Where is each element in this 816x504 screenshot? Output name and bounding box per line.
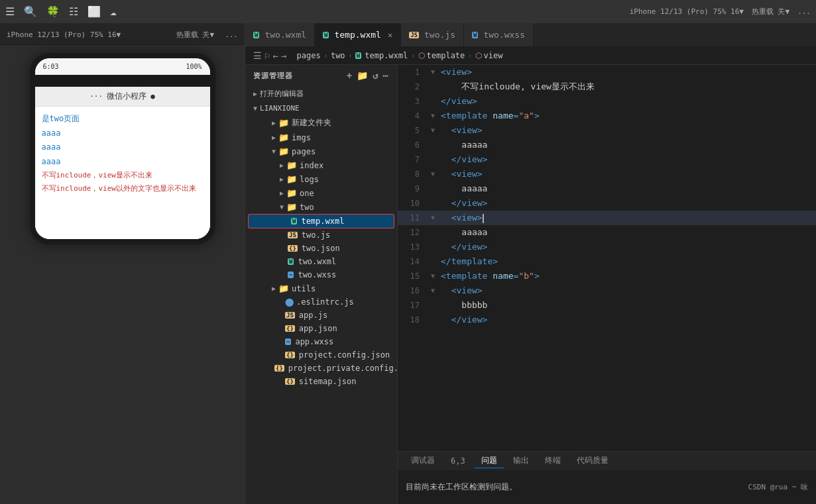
tab-position: 6,3 <box>444 455 472 468</box>
tree-new-folder[interactable]: ▶ 📁 新建文件夹 <box>245 115 397 130</box>
tree-two-json[interactable]: {} two.json <box>245 242 397 255</box>
phone-frame: 6:03 100% ··· 微信小程序 ● <box>30 53 215 244</box>
code-line-2: 2 不写incloude, view显示不出来 <box>398 79 816 94</box>
tree-eslintrc[interactable]: ⬤ .eslintrc.js <box>245 295 397 309</box>
search-icon[interactable]: 🔍 <box>24 5 37 18</box>
toolbar-icons: ☰ 🔍 🍀 ☷ ⬜ ☁ <box>5 5 117 18</box>
tree-project-config[interactable]: {} project.config.json <box>245 348 397 362</box>
sidebar-title: 资源管理器 <box>253 71 293 81</box>
tree-temp-wxml[interactable]: W temp.wxml <box>248 214 394 228</box>
tree-one[interactable]: ▶ 📁 one <box>245 186 397 200</box>
right-text: CSDN @rua ~ 咏 <box>748 482 808 492</box>
tab-label-two-js: two.js <box>424 30 455 40</box>
tree-project-private[interactable]: {} project.private.config.json <box>245 362 397 375</box>
tree-two-wxss[interactable]: ~ two.wxss <box>245 268 397 281</box>
phone-line-2: aaaa <box>42 126 204 141</box>
tab-temp-wxml[interactable]: W temp.wxml ✕ <box>315 23 401 46</box>
collapse-icon[interactable]: ⋯ <box>383 70 389 81</box>
folder-icon: 📁 <box>278 132 289 142</box>
sidebar-header-icons: + 📁 ↺ ⋯ <box>347 70 389 81</box>
open-editors-title[interactable]: ▶ 打开的编辑器 <box>245 86 397 101</box>
tree-app-wxss[interactable]: ~ app.wxss <box>245 335 397 348</box>
sidebar-open-editors: ▶ 打开的编辑器 <box>245 86 397 101</box>
phone-text: 是two页面 aaaa aaaa aaaa 不写incloude，view显示不… <box>42 112 204 195</box>
phone-wechat-bar: ··· 微信小程序 ● <box>35 87 210 107</box>
json-badge: {} <box>288 245 298 252</box>
code-line-18: 18 </view> <box>398 313 816 327</box>
breadcrumb-temp-wxml[interactable]: W temp.wxml <box>355 51 408 60</box>
top-toolbar: ☰ 🔍 🍀 ☷ ⬜ ☁ iPhone 12/13 (Pro) 75% 16▼ 热… <box>0 0 816 23</box>
bottom-panel: 调试器 6,3 问题 输出 终端 代码质量 目前尚未在工作区检测到问题。 CSD… <box>398 451 816 504</box>
tab-two-wxss[interactable]: W two.wxss <box>464 23 534 46</box>
bottom-content: 目前尚未在工作区检测到问题。 CSDN @rua ~ 咏 <box>398 470 816 504</box>
grid-icon[interactable]: ☷ <box>69 5 78 18</box>
phone-more[interactable]: ... <box>225 30 238 39</box>
phone-container: 6:03 100% ··· 微信小程序 ● <box>0 46 245 504</box>
bookmark-icon[interactable]: ⚐ <box>264 50 270 61</box>
tree-app-js[interactable]: JS app.js <box>245 309 397 322</box>
list-icon[interactable]: ☰ <box>253 50 262 61</box>
files-icon[interactable]: ☰ <box>5 5 15 18</box>
breadcrumb-template[interactable]: ⬡ template <box>418 51 465 60</box>
back-icon[interactable]: ← <box>272 50 278 61</box>
tab-label-two-wxml: two.wxml <box>264 30 306 40</box>
tree-index[interactable]: ▶ 📁 index <box>245 158 397 172</box>
wxml-badge: W <box>291 218 297 225</box>
phone-line-1: 是two页面 <box>42 112 204 126</box>
folder-icon: 📁 <box>278 146 289 156</box>
breadcrumb-two[interactable]: two <box>331 51 345 60</box>
cloud-icon[interactable]: ☁ <box>110 5 117 18</box>
phone-notch-area <box>35 75 210 87</box>
bottom-tabs: 调试器 6,3 问题 输出 终端 代码质量 <box>398 452 816 470</box>
phone-line-3: aaaa <box>42 140 204 155</box>
folder-icon: 📁 <box>286 160 297 170</box>
tree-sitemap[interactable]: {} sitemap.json <box>245 375 397 388</box>
tree-two-wxml[interactable]: W two.wxml <box>245 255 397 268</box>
tab-close-temp[interactable]: ✕ <box>388 30 392 40</box>
tree-imgs[interactable]: ▶ 📁 imgs <box>245 130 397 144</box>
breadcrumb-pages[interactable]: pages <box>297 51 321 60</box>
breadcrumb: ☰ ⚐ ← → pages › two › W temp.wxml › ⬡ te… <box>245 46 816 65</box>
refresh-icon[interactable]: ↺ <box>373 70 379 81</box>
new-file-icon[interactable]: + <box>347 70 353 81</box>
code-line-5: 5 ▼ <view> <box>398 123 816 138</box>
device-label[interactable]: iPhone 12/13 (Pro) 75% 16▼ <box>630 7 744 16</box>
code-line-15: 15 ▼ <template name="b"> <box>398 269 816 283</box>
phone-time: 6:03 <box>43 63 59 70</box>
breadcrumb-view[interactable]: ⬡ view <box>475 51 503 60</box>
more-button[interactable]: ... <box>797 7 811 16</box>
js-badge: JS <box>288 232 298 238</box>
tab-terminal[interactable]: 终端 <box>538 454 567 468</box>
project-title[interactable]: ▼ LIANXIONE <box>245 101 397 115</box>
phone-line-4: aaaa <box>42 155 204 170</box>
folder-icon: 📁 <box>286 188 297 198</box>
extensions-icon[interactable]: ⬜ <box>87 5 101 18</box>
tab-problems[interactable]: 问题 <box>475 454 504 468</box>
wxml-badge2: W <box>288 258 294 265</box>
branch-icon[interactable]: 🍀 <box>46 5 60 18</box>
tree-utils[interactable]: ▶ 📁 utils <box>245 281 397 295</box>
tab-debugger[interactable]: 调试器 <box>404 454 441 468</box>
wechat-label: ··· 微信小程序 ● <box>89 91 155 102</box>
code-line-16: 16 ▼ <view> <box>398 283 816 298</box>
tree-logs[interactable]: ▶ 📁 logs <box>245 172 397 186</box>
hot-reload-label[interactable]: 热重载 关▼ <box>752 7 789 17</box>
tab-js-icon: JS <box>409 32 419 38</box>
tree-pages[interactable]: ▼ 📁 pages <box>245 144 397 158</box>
phone-notch <box>104 79 141 87</box>
tree-app-json[interactable]: {} app.json <box>245 322 397 335</box>
tree-two[interactable]: ▼ 📁 two <box>245 200 397 214</box>
phone-device-info: iPhone 12/13 (Pro) 75% 16▼ <box>7 30 171 39</box>
tree-two-js[interactable]: JS two.js <box>245 228 397 242</box>
hot-reload-info[interactable]: 热重载 关▼ <box>176 30 214 40</box>
tab-bar: W two.wxml W temp.wxml ✕ JS two.js W two… <box>245 23 816 46</box>
tab-output[interactable]: 输出 <box>506 454 536 468</box>
tab-two-wxml[interactable]: W two.wxml <box>245 23 315 46</box>
new-folder-icon[interactable]: 📁 <box>357 70 369 81</box>
editor-content[interactable]: 1 ▼ <view> 2 不写incloude, view显示不出来 <box>398 65 816 451</box>
tab-two-js[interactable]: JS two.js <box>401 23 464 46</box>
tab-code-quality[interactable]: 代码质量 <box>570 454 615 468</box>
phone-toolbar: iPhone 12/13 (Pro) 75% 16▼ 热重载 关▼ ... <box>0 23 245 46</box>
sidebar-header: 资源管理器 + 📁 ↺ ⋯ <box>245 65 397 86</box>
forward-icon[interactable]: → <box>281 50 286 61</box>
